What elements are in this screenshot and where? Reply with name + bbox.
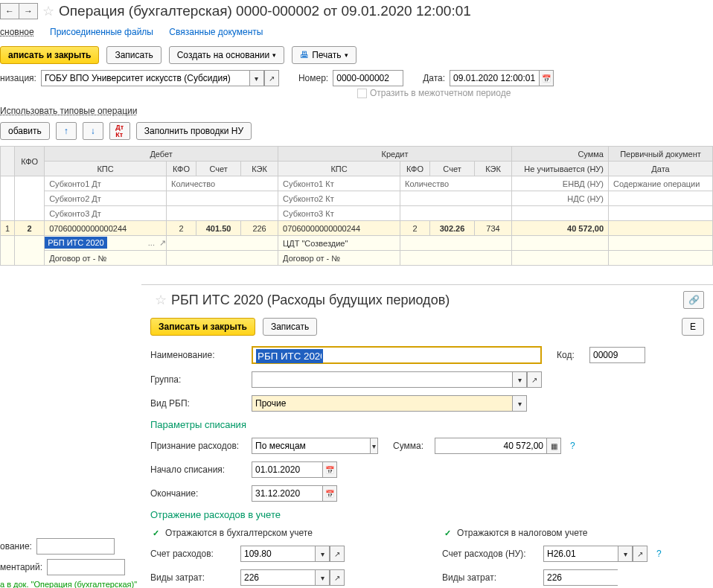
org-label: низация:: [0, 73, 36, 83]
col-debit: Дебет: [45, 147, 278, 162]
fill-nu-button[interactable]: Заполнить проводки НУ: [136, 122, 252, 140]
print-icon: 🖶: [300, 50, 309, 60]
table-row[interactable]: 1 2 07060000000000244 2 401.50 226 07060…: [1, 221, 713, 236]
tab-linked-docs[interactable]: Связанные документы: [169, 27, 263, 37]
entries-table: КФО Дебет Кредит Сумма Первичный докумен…: [0, 146, 713, 266]
save-button[interactable]: Записать: [106, 46, 161, 64]
nav-forward-button[interactable]: →: [19, 3, 38, 19]
col-primary: Первичный документ: [609, 147, 713, 162]
favorite-icon[interactable]: ☆: [42, 3, 54, 19]
date-input[interactable]: [450, 70, 539, 86]
page-title: Операция (бухгалтерская) 0000-000002 от …: [59, 3, 471, 19]
interperiod-label: Отразить в межотчетном периоде: [370, 88, 511, 98]
col-sum: Сумма: [512, 147, 609, 162]
nav-back-button[interactable]: ←: [0, 3, 19, 19]
org-dropdown-button[interactable]: ▾: [249, 70, 264, 86]
use-typical-ops-link[interactable]: Использовать типовые операции: [0, 106, 137, 116]
tab-attached-files[interactable]: Присоединенные файлы: [50, 27, 153, 37]
table-row[interactable]: РБП ИТС 2020... ↗ ЦДТ "Созвездие": [1, 236, 713, 251]
date-picker-button[interactable]: 📅: [539, 70, 554, 86]
org-input[interactable]: [41, 70, 249, 86]
table-row[interactable]: Договор от - № Договор от - №: [1, 251, 713, 266]
col-kfo: КФО: [15, 147, 45, 176]
subconto-selected-cell[interactable]: РБП ИТС 2020: [45, 237, 107, 249]
tab-main[interactable]: сновное: [0, 27, 34, 37]
print-button[interactable]: 🖶Печать: [292, 46, 356, 64]
save-close-button[interactable]: аписать и закрыть: [0, 46, 99, 64]
number-input[interactable]: [333, 70, 403, 86]
move-up-button[interactable]: ↑: [56, 122, 77, 140]
date-label: Дата:: [423, 73, 445, 83]
org-open-button[interactable]: ↗: [264, 70, 279, 86]
move-down-button[interactable]: ↓: [83, 122, 103, 140]
interperiod-checkbox[interactable]: [357, 89, 367, 98]
create-based-on-button[interactable]: Создать на основании: [169, 46, 285, 64]
col-credit: Кредит: [278, 147, 512, 162]
add-row-button[interactable]: обавить: [0, 122, 50, 140]
debit-credit-icon[interactable]: ДтКт: [109, 122, 130, 140]
number-label: Номер:: [298, 73, 328, 83]
